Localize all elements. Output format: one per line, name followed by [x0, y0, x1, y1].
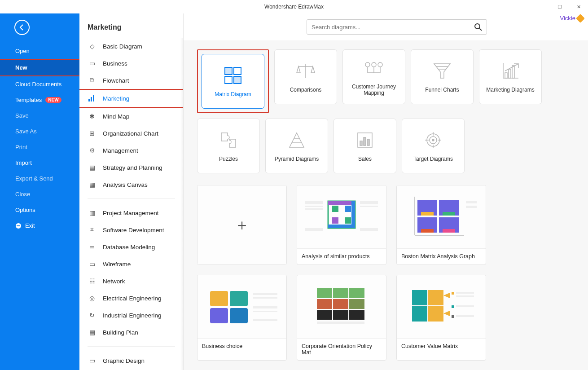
cat-network[interactable]: ☷Network [79, 273, 183, 290]
svg-rect-69 [253, 293, 277, 295]
svg-rect-52 [345, 217, 351, 224]
tile-label: Comparisons [290, 87, 322, 93]
tile-funnel[interactable]: Funnel Charts [411, 49, 474, 104]
barchart-icon [88, 94, 97, 103]
industrial-icon: ↻ [88, 311, 97, 320]
category-header: Marketing [79, 13, 183, 38]
back-button[interactable] [14, 20, 30, 35]
svg-rect-41 [328, 225, 355, 228]
svg-rect-87 [428, 306, 443, 322]
tile-sales[interactable]: Sales [333, 119, 396, 173]
svg-rect-3 [91, 97, 92, 101]
tile-puzzles[interactable]: Puzzles [197, 119, 260, 173]
svg-rect-28 [360, 141, 362, 145]
nav-cloud-documents[interactable]: Cloud Documents [0, 76, 79, 92]
nav-close[interactable]: Close [0, 186, 79, 202]
tile-target[interactable]: Target Diagrams [402, 119, 465, 173]
tile-label: Puzzles [219, 156, 238, 162]
titlebar: Wondershare EdrawMax ─ ☐ ✕ [0, 0, 588, 13]
svg-rect-76 [349, 288, 364, 298]
svg-rect-47 [305, 228, 323, 231]
cat-business[interactable]: ▭Business [79, 55, 183, 72]
database-icon: ≣ [88, 242, 97, 251]
cat-marketing[interactable]: Marketing [79, 89, 184, 108]
nav-open[interactable]: Open [0, 43, 79, 59]
svg-rect-48 [360, 228, 378, 231]
growth-icon [500, 61, 521, 81]
nav-exit[interactable]: Exit [0, 218, 79, 233]
cat-analysis[interactable]: ▦Analysis Canvas [79, 176, 183, 193]
badge-new: NEW [45, 97, 61, 103]
nav-import[interactable]: Import [0, 155, 79, 171]
cat-flowchart[interactable]: ⧉Flowchart [79, 72, 183, 89]
cat-building[interactable]: ▤Building Plan [79, 324, 183, 341]
tile-label: Pyramid Diagrams [275, 156, 319, 162]
template-customer-value[interactable]: Customer Value Matrix [396, 275, 486, 361]
cat-project[interactable]: ▥Project Management [79, 204, 183, 221]
nav-export[interactable]: Export & Send [0, 171, 79, 186]
orgchart-icon: ⊞ [88, 129, 97, 138]
cat-industrial[interactable]: ↻Industrial Engineering [79, 307, 183, 324]
main-panel: Matrix Diagram Comparisons Customer Jour… [184, 13, 588, 370]
app-title: Wondershare EdrawMax [264, 4, 324, 10]
cat-electrical[interactable]: ◎Electrical Engineering [79, 290, 183, 307]
target-icon [423, 130, 443, 150]
window-controls: ─ ☐ ✕ [531, 0, 588, 13]
template-caption: Business choice [197, 338, 286, 354]
building-icon: ▤ [88, 328, 97, 337]
cat-strategy[interactable]: ▤Strategy and Planning [79, 159, 183, 176]
search-input[interactable] [312, 24, 474, 31]
svg-rect-8 [234, 67, 241, 75]
template-blank[interactable]: ＋ [197, 185, 287, 265]
template-caption: Corporate Orientation Policy Mat [297, 338, 386, 360]
template-corporate-orientation[interactable]: Corporate Orientation Policy Mat [297, 275, 386, 361]
cat-basic-diagram[interactable]: ◇Basic Diagram [79, 38, 183, 55]
cat-mindmap[interactable]: ✱Mind Map [79, 108, 183, 125]
svg-rect-10 [234, 76, 241, 84]
nav-options[interactable]: Options [0, 202, 79, 218]
svg-rect-65 [210, 291, 228, 306]
tree-icon: ⌗ [88, 225, 97, 234]
cat-orgchart[interactable]: ⊞Organizational Chart [79, 125, 183, 142]
cat-management[interactable]: ⚙Management [79, 142, 183, 159]
svg-rect-40 [351, 201, 355, 228]
tile-comparisons[interactable]: Comparisons [274, 49, 337, 104]
tile-matrix-diagram[interactable]: Matrix Diagram [202, 54, 264, 109]
svg-rect-90 [456, 295, 474, 297]
nav-print[interactable]: Print [0, 139, 79, 155]
user-badge[interactable]: Vickie [560, 15, 584, 22]
search-box[interactable] [307, 19, 487, 35]
cat-wireframe[interactable]: ▭Wireframe [79, 255, 183, 273]
svg-rect-39 [328, 201, 355, 205]
nav-save[interactable]: Save [0, 108, 79, 123]
scale-icon [295, 61, 316, 81]
svg-point-33 [432, 139, 434, 141]
template-analysis-similar[interactable]: Analysis of similar products [297, 185, 386, 265]
close-window-button[interactable]: ✕ [569, 0, 588, 13]
svg-rect-84 [412, 290, 427, 305]
cat-graphic[interactable]: ▭Graphic Design [79, 352, 183, 369]
template-boston-matrix[interactable]: Boston Matrix Analysis Graph [396, 185, 486, 265]
nav-save-as[interactable]: Save As [0, 123, 79, 139]
graphic-icon: ▭ [88, 356, 97, 365]
svg-rect-29 [364, 137, 366, 145]
tile-pyramid[interactable]: Pyramid Diagrams [265, 119, 328, 173]
svg-rect-66 [230, 291, 248, 306]
svg-rect-68 [230, 308, 248, 323]
svg-rect-74 [317, 288, 332, 298]
tile-label: Matrix Diagram [215, 91, 251, 97]
cat-database[interactable]: ≣Database Modeling [79, 238, 183, 255]
svg-rect-1 [17, 225, 20, 226]
nav-new[interactable]: New [0, 59, 80, 76]
cat-software[interactable]: ⌗Software Development [79, 221, 183, 238]
nav-exit-label: Exit [25, 222, 35, 229]
minimize-button[interactable]: ─ [531, 0, 550, 13]
template-caption: Customer Value Matrix [397, 338, 486, 354]
premium-diamond-icon [576, 14, 585, 23]
maximize-button[interactable]: ☐ [550, 0, 569, 13]
tile-customer-journey[interactable]: Customer Journey Mapping [342, 49, 405, 104]
tile-marketing-diagrams[interactable]: Marketing Diagrams [479, 49, 542, 104]
svg-rect-44 [305, 208, 323, 210]
nav-templates[interactable]: Templates NEW [0, 92, 79, 108]
template-business-choice[interactable]: Business choice [197, 275, 287, 361]
